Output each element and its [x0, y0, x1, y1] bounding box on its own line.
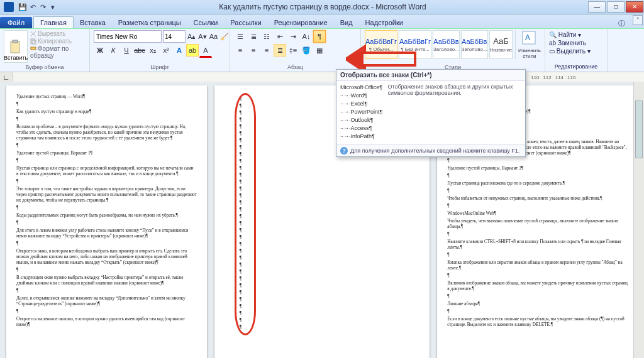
font-size-input[interactable] — [163, 30, 186, 43]
annotation-oval — [235, 93, 256, 335]
subscript-button[interactable]: x₂ — [147, 44, 159, 57]
bullets-button[interactable]: ☰ — [234, 30, 247, 43]
tab-addins[interactable]: Надстройки — [359, 17, 409, 28]
file-tab[interactable]: Файл — [0, 17, 32, 28]
style-heading1[interactable]: АаБбВвЗаголово... — [433, 30, 460, 59]
paste-icon — [9, 40, 23, 55]
vertical-scrollbar[interactable] — [633, 82, 644, 358]
shrink-font-button[interactable]: A▾ — [197, 30, 207, 43]
tooltip-title: Отобразить все знаки (Ctrl+*) — [336, 70, 525, 81]
change-case-button[interactable]: Aa — [209, 30, 218, 43]
font-name-input[interactable] — [94, 30, 162, 43]
outdent-button[interactable]: ⇤ — [274, 30, 286, 43]
tab-selector[interactable]: ∟ — [0, 72, 13, 82]
tooltip-footer: ?Для получения дополнительных сведений н… — [336, 144, 525, 156]
tab-home[interactable]: Главная — [33, 16, 74, 28]
copy-button[interactable]: Копировать — [30, 38, 86, 45]
change-styles-icon: A — [521, 30, 538, 46]
svg-rect-4 — [31, 47, 36, 50]
text-effects-button[interactable]: A — [173, 44, 186, 57]
shading-button[interactable]: 🪣 — [300, 44, 313, 57]
italic-button[interactable]: К — [107, 44, 119, 57]
align-right-button[interactable]: ≡ — [260, 44, 273, 57]
page-1: Удаление пустых страниц — Word¶¶Как удал… — [6, 85, 207, 358]
line-spacing-button[interactable]: ‡≡ — [287, 44, 299, 57]
sort-button[interactable]: A↓ — [300, 30, 313, 43]
window-title: Как удалить пустую страницу в ворде.docx… — [58, 3, 587, 11]
group-clipboard-label: Буфер обмена — [4, 64, 86, 70]
paste-label: Вставить — [4, 55, 28, 61]
justify-button[interactable]: ≣ — [274, 44, 286, 57]
svg-rect-1 — [13, 40, 18, 43]
style-normal[interactable]: АаБбВвГг¶ Обычн... — [365, 30, 397, 59]
app-icon — [4, 2, 14, 12]
group-editing-label: Редактирование — [549, 63, 603, 70]
select-button[interactable]: ▭ Выделить ▾ — [549, 47, 603, 55]
paste-button[interactable]: Вставить — [4, 30, 28, 63]
multilevel-button[interactable]: ☷ — [260, 30, 273, 43]
svg-rect-2 — [31, 39, 35, 43]
strike-button[interactable]: abc — [133, 44, 146, 57]
ribbon-tabs: Файл Главная Вставка Разметка страницы С… — [0, 14, 644, 29]
cut-button[interactable]: Вырезать — [30, 30, 86, 37]
qat-undo-icon[interactable]: ↶ — [28, 3, 38, 11]
tab-view[interactable]: Вид — [334, 17, 359, 28]
align-center-button[interactable]: ≡ — [247, 44, 260, 57]
style-title[interactable]: АаБНазвание — [489, 30, 513, 59]
ribbon-minimize-button[interactable]: ˅ — [633, 15, 643, 25]
group-styles: АаБбВвГг¶ Обычн... АаБбВвГг¶ Без инте...… — [361, 29, 545, 72]
pilcrow-tooltip: Отобразить все знаки (Ctrl+*) Microsoft·… — [336, 69, 526, 157]
tooltip-sample-list: Microsoft·Office¶ ··→·Word¶ ··→·Excel¶ ·… — [340, 84, 382, 141]
change-styles-button[interactable]: A Изменить стили — [518, 30, 541, 59]
find-button[interactable]: 🔍 Найти ▾ — [549, 31, 603, 39]
qat-save-icon[interactable]: 💾 — [18, 3, 28, 11]
svg-text:A: A — [525, 33, 530, 42]
title-bar: 💾 ↶ ↷ ▾ Как удалить пустую страницу в во… — [0, 0, 644, 14]
highlight-button[interactable]: ab — [186, 44, 199, 57]
qat-customize-icon[interactable]: ▾ — [48, 3, 58, 11]
ribbon: Вставить Вырезать Копировать Формат по о… — [0, 29, 644, 72]
svg-rect-0 — [11, 41, 19, 53]
borders-button[interactable]: ▦ — [313, 44, 326, 57]
font-color-button[interactable]: A — [199, 44, 212, 58]
show-hide-pilcrow-button[interactable]: ¶ — [313, 30, 326, 43]
scrollbar-thumb[interactable] — [635, 100, 643, 158]
tab-insert[interactable]: Вставка — [74, 17, 112, 28]
grow-font-button[interactable]: A▴ — [187, 30, 196, 43]
bold-button[interactable]: Ж — [94, 44, 106, 57]
tab-review[interactable]: Рецензирование — [268, 17, 334, 28]
style-nospacing[interactable]: АаБбВвГг¶ Без инте... — [399, 30, 431, 59]
format-painter-button[interactable]: Формат по образцу — [30, 45, 86, 59]
help-icon[interactable]: ⓘ — [618, 19, 625, 28]
qat-redo-icon[interactable]: ↷ — [38, 3, 48, 11]
group-clipboard: Вставить Вырезать Копировать Формат по о… — [0, 29, 90, 72]
numbering-button[interactable]: ≣ — [247, 30, 260, 43]
close-button[interactable]: ✕ — [626, 1, 643, 13]
underline-button[interactable]: Ч — [120, 44, 133, 57]
document-area[interactable]: Удаление пустых страниц — Word¶¶Как удал… — [0, 82, 644, 358]
group-font: A▴ A▾ Aa 🧹 Ж К Ч abc x₂ x² A ab A Шрифт — [90, 29, 230, 72]
group-paragraph: ☰ ≣ ☷ ⇤ ⇥ A↓ ¶ ≡ ≡ ≡ ≣ ‡≡ 🪣 ▦ Абзац — [230, 29, 361, 72]
tab-layout[interactable]: Разметка страницы — [112, 17, 187, 28]
style-heading2[interactable]: АаБбВвЗаголово... — [461, 30, 488, 59]
replace-button[interactable]: ab Заменить — [549, 39, 603, 47]
tab-mailings[interactable]: Рассылки — [224, 17, 267, 28]
superscript-button[interactable]: x² — [160, 44, 172, 57]
clear-format-button[interactable]: 🧹 — [219, 30, 230, 43]
indent-button[interactable]: ⇥ — [287, 30, 299, 43]
svg-rect-3 — [32, 40, 36, 45]
group-font-label: Шрифт — [94, 64, 226, 70]
tab-references[interactable]: Ссылки — [187, 17, 225, 28]
minimize-button[interactable]: — — [588, 1, 606, 13]
maximize-button[interactable]: □ — [607, 1, 625, 13]
tooltip-description: Отображение знаков абзацев и других скры… — [387, 84, 521, 141]
align-left-button[interactable]: ≡ — [234, 44, 247, 57]
group-editing: 🔍 Найти ▾ ab Заменить ▭ Выделить ▾ Редак… — [545, 29, 608, 72]
